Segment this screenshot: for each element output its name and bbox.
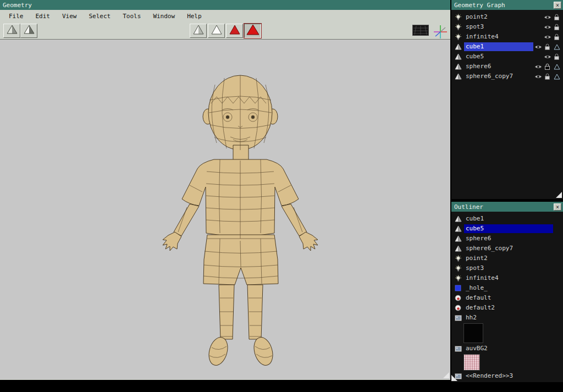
light-icon bbox=[454, 264, 462, 272]
menu-edit[interactable]: Edit bbox=[31, 12, 55, 21]
outliner-row-cube5[interactable]: cube5 bbox=[451, 224, 563, 234]
lock-locked-icon[interactable] bbox=[543, 63, 552, 70]
outliner-row-_hole_[interactable]: _hole_ bbox=[451, 283, 563, 293]
object-label[interactable]: hh2 bbox=[464, 313, 553, 322]
geometry-graph-row-infinite4[interactable]: infinite4 bbox=[451, 32, 563, 42]
eye-icon[interactable] bbox=[533, 73, 543, 80]
viewport-3d[interactable] bbox=[0, 40, 450, 379]
object-label[interactable]: spot3 bbox=[464, 23, 543, 31]
outliner-row-rendered3[interactable]: <<Rendered>>3 bbox=[451, 371, 563, 381]
menu-view[interactable]: View bbox=[58, 12, 81, 21]
outliner-row-default2[interactable]: default2 bbox=[451, 303, 563, 313]
ground-plane-button[interactable] bbox=[412, 25, 429, 38]
object-label[interactable]: sphere6 bbox=[464, 234, 553, 243]
material-icon bbox=[454, 294, 462, 302]
lock-icon[interactable] bbox=[552, 23, 561, 31]
object-label[interactable]: spot3 bbox=[464, 264, 553, 273]
outliner-titlebar[interactable]: Outliner × bbox=[451, 202, 563, 212]
object-label[interactable]: cube5 bbox=[464, 52, 543, 61]
triangle-red-icon bbox=[228, 24, 241, 37]
pyramid-shaded-button[interactable] bbox=[3, 24, 20, 38]
outliner-row-sphere6[interactable]: sphere6 bbox=[451, 234, 563, 244]
object-label[interactable]: infinite4 bbox=[464, 32, 543, 41]
outliner-panel: Outliner × cube1cube5sphere6sphere6_copy… bbox=[451, 202, 563, 382]
object-label[interactable]: default2 bbox=[464, 303, 553, 312]
outliner-row-point2[interactable]: point2 bbox=[451, 253, 563, 263]
outliner-row-cube1[interactable]: cube1 bbox=[451, 214, 563, 224]
geometry-titlebar[interactable]: Geometry bbox=[0, 0, 450, 10]
eye-icon[interactable] bbox=[533, 43, 543, 51]
outliner-row-auvbg2[interactable]: auvBG2 bbox=[451, 344, 563, 354]
triangle-red-button[interactable] bbox=[226, 24, 243, 38]
eye-icon[interactable] bbox=[543, 33, 552, 41]
outliner-resize-grip[interactable] bbox=[451, 375, 457, 381]
hh2-texture-swatch[interactable] bbox=[463, 323, 483, 343]
light-icon bbox=[454, 13, 462, 21]
outliner-row-spot3[interactable]: spot3 bbox=[451, 263, 563, 273]
geometry-graph-titlebar[interactable]: Geometry Graph × bbox=[451, 0, 563, 10]
eye-icon[interactable] bbox=[543, 23, 552, 31]
menu-help[interactable]: Help bbox=[183, 12, 206, 21]
panel-title: Geometry Graph bbox=[454, 2, 505, 9]
geometry-graph-row-sphere6[interactable]: sphere6 bbox=[451, 62, 563, 71]
object-label[interactable]: cube1 bbox=[464, 42, 533, 51]
menu-file[interactable]: File bbox=[4, 12, 28, 21]
object-label[interactable]: cube1 bbox=[464, 214, 553, 223]
object-label[interactable]: sphere6_copy7 bbox=[464, 244, 553, 253]
object-label[interactable]: sphere6 bbox=[464, 62, 533, 71]
auvBG2-texture-swatch[interactable] bbox=[463, 354, 480, 371]
object-label[interactable]: sphere6_copy7 bbox=[464, 72, 533, 81]
close-icon[interactable]: × bbox=[554, 203, 561, 211]
object-label[interactable]: auvBG2 bbox=[464, 344, 553, 353]
object-label[interactable]: point2 bbox=[464, 13, 543, 21]
lock-icon[interactable] bbox=[552, 53, 561, 60]
outliner-row-infinite4[interactable]: infinite4 bbox=[451, 273, 563, 283]
row-toggles bbox=[533, 63, 561, 70]
object-label[interactable]: infinite4 bbox=[464, 274, 553, 283]
menu-select[interactable]: Select bbox=[85, 12, 115, 21]
pyramid-shaded-icon bbox=[6, 25, 18, 37]
object-label[interactable]: <<Rendered>>3 bbox=[464, 372, 553, 380]
viewport-resize-grip[interactable] bbox=[443, 372, 449, 378]
menu-window[interactable]: Window bbox=[148, 12, 179, 21]
geometry-graph-row-spot3[interactable]: spot3 bbox=[451, 22, 563, 32]
menu-tools[interactable]: Tools bbox=[118, 12, 145, 21]
character-model[interactable] bbox=[0, 40, 450, 379]
triangle-outline-button[interactable] bbox=[208, 24, 225, 38]
menu-bar: FileEditViewSelectToolsWindowHelp bbox=[0, 10, 450, 22]
lock-icon[interactable] bbox=[552, 33, 561, 41]
lock-icon[interactable] bbox=[552, 13, 561, 21]
mesh-icon bbox=[454, 43, 462, 51]
geometry-graph-resize-grip[interactable] bbox=[556, 192, 562, 198]
model-leg bbox=[247, 285, 263, 339]
wire-icon[interactable] bbox=[552, 73, 561, 80]
eye-icon[interactable] bbox=[543, 13, 552, 21]
row-toggles bbox=[533, 73, 561, 80]
eye-icon[interactable] bbox=[543, 53, 552, 60]
lock-icon[interactable] bbox=[543, 73, 552, 80]
eye-icon[interactable] bbox=[533, 63, 543, 70]
outliner-row-sphere6_copy7[interactable]: sphere6_copy7 bbox=[451, 244, 563, 253]
light-icon bbox=[454, 274, 462, 282]
geometry-graph-row-sphere6_copy7[interactable]: sphere6_copy7 bbox=[451, 71, 563, 81]
close-icon[interactable]: × bbox=[554, 2, 561, 9]
geometry-graph-row-cube1[interactable]: cube1 bbox=[451, 42, 563, 52]
pyramid-flat-button[interactable] bbox=[20, 24, 37, 38]
lock-icon[interactable] bbox=[543, 43, 552, 51]
object-label[interactable]: point2 bbox=[464, 254, 553, 263]
triangle-shaded-icon bbox=[192, 24, 205, 37]
triangle-red-selected-button[interactable] bbox=[244, 24, 261, 38]
object-label[interactable]: _hole_ bbox=[464, 284, 553, 292]
object-label[interactable]: cube5 bbox=[464, 224, 553, 233]
outliner-row-default[interactable]: default bbox=[451, 293, 563, 303]
model-leg bbox=[219, 285, 234, 339]
axes-button[interactable] bbox=[433, 25, 448, 41]
triangle-outline-icon bbox=[210, 24, 223, 37]
wire-icon[interactable] bbox=[552, 63, 561, 70]
triangle-shaded-button[interactable] bbox=[190, 24, 207, 38]
geometry-graph-row-cube5[interactable]: cube5 bbox=[451, 52, 563, 62]
outliner-row-hh2[interactable]: hh2 bbox=[451, 313, 563, 323]
wire-icon[interactable] bbox=[552, 43, 561, 51]
geometry-graph-row-point2[interactable]: point2 bbox=[451, 12, 563, 22]
object-label[interactable]: default bbox=[464, 294, 553, 302]
